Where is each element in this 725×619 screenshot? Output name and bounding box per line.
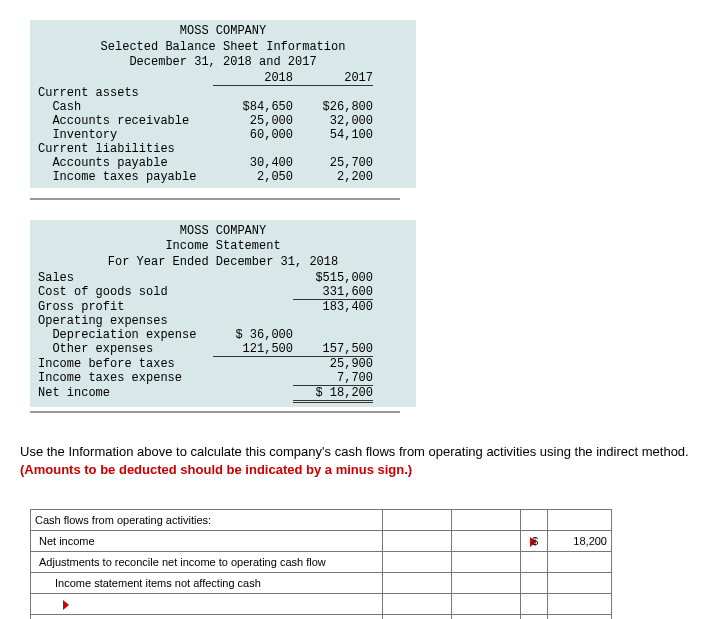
gp-label: Gross profit <box>38 300 213 314</box>
cash-2017: $26,800 <box>293 100 373 114</box>
table-row: Cash flows from operating activities: <box>31 509 612 530</box>
sales-label: Sales <box>38 271 213 285</box>
net-income-select[interactable]: Net income <box>31 530 383 551</box>
ibt-label: Income before taxes <box>38 357 213 371</box>
table-row <box>31 614 612 619</box>
opex-header: Operating expenses <box>38 314 213 328</box>
table-row: Income statement items not affecting cas… <box>31 572 612 593</box>
ni-label: Net income <box>38 386 213 403</box>
net-income-input[interactable]: 18,200 <box>548 530 612 551</box>
cashflow-table: Cash flows from operating activities: Ne… <box>30 509 612 619</box>
sales-value: $515,000 <box>293 271 373 285</box>
ar-label: Accounts receivable <box>38 114 213 128</box>
ite-label: Income taxes expense <box>38 371 213 386</box>
ap-2018: 30,400 <box>213 156 293 170</box>
cogs-label: Cost of goods sold <box>38 285 213 300</box>
ap-label: Accounts payable <box>38 156 213 170</box>
inv-2017: 54,100 <box>293 128 373 142</box>
divider <box>30 411 400 413</box>
income-statement-panel: MOSS COMPANY Income Statement For Year E… <box>30 220 416 407</box>
table-row: Net income $ 18,200 <box>31 530 612 551</box>
itp-2017: 2,200 <box>293 170 373 184</box>
itp-label: Income taxes payable <box>38 170 213 184</box>
itp-2018: 2,050 <box>213 170 293 184</box>
triangle-icon <box>63 600 69 610</box>
non-cash-items-header: Income statement items not affecting cas… <box>31 572 383 593</box>
balance-sheet-panel: MOSS COMPANY Selected Balance Sheet Info… <box>30 20 416 188</box>
ite-value: 7,700 <box>293 371 373 386</box>
ni-value: $ 18,200 <box>293 386 373 403</box>
bs-company: MOSS COMPANY <box>38 24 408 40</box>
cash-label: Cash <box>38 100 213 114</box>
inv-label: Inventory <box>38 128 213 142</box>
ap-2017: 25,700 <box>293 156 373 170</box>
is-title: Income Statement <box>38 239 408 255</box>
current-liab-header: Current liabilities <box>38 142 213 156</box>
ibt-value: 25,900 <box>293 357 373 371</box>
opex-total: 157,500 <box>293 342 373 357</box>
is-period: For Year Ended December 31, 2018 <box>38 255 408 271</box>
blank-select[interactable] <box>31 614 383 619</box>
ar-2017: 32,000 <box>293 114 373 128</box>
cf-header: Cash flows from operating activities: <box>31 509 383 530</box>
dep-label: Depreciation expense <box>38 328 213 342</box>
adjustments-header: Adjustments to reconcile net income to o… <box>31 551 383 572</box>
instruction-text: Use the Information above to calculate t… <box>20 444 689 459</box>
bs-period: December 31, 2018 and 2017 <box>38 55 408 71</box>
dep-value: $ 36,000 <box>213 328 293 342</box>
instruction-warning: (Amounts to be deducted should be indica… <box>20 462 412 477</box>
ar-2018: 25,000 <box>213 114 293 128</box>
year-2018: 2018 <box>213 71 293 86</box>
table-row <box>31 593 612 614</box>
instructions: Use the Information above to calculate t… <box>20 443 705 479</box>
bs-title: Selected Balance Sheet Information <box>38 40 408 56</box>
cash-2018: $84,650 <box>213 100 293 114</box>
currency-symbol: $ <box>521 530 548 551</box>
divider <box>30 198 400 200</box>
inv-2018: 60,000 <box>213 128 293 142</box>
blank-select[interactable] <box>31 593 383 614</box>
current-assets-header: Current assets <box>38 86 213 100</box>
table-row: Adjustments to reconcile net income to o… <box>31 551 612 572</box>
is-company: MOSS COMPANY <box>38 224 408 240</box>
cogs-value: 331,600 <box>293 285 373 300</box>
other-label: Other expenses <box>38 342 213 357</box>
gp-value: 183,400 <box>293 300 373 314</box>
other-value: 121,500 <box>213 342 293 357</box>
year-2017: 2017 <box>293 71 373 86</box>
